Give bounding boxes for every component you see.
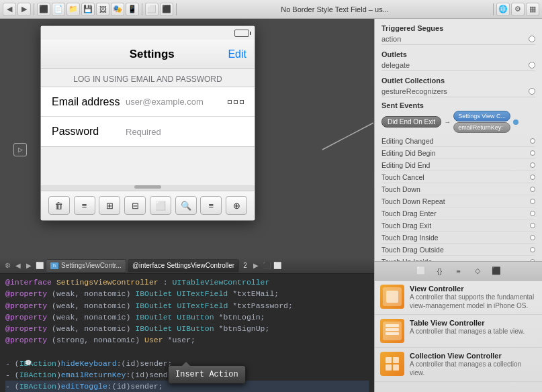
vc-icon xyxy=(380,285,404,309)
back-btn[interactable]: ◀ xyxy=(3,3,16,16)
email-input[interactable]: user@example.com xyxy=(126,97,244,107)
ios-table: Email address user@example.com Password xyxy=(41,87,255,147)
zoom-btn[interactable]: 🔍 xyxy=(175,196,197,215)
fwd-btn[interactable]: ▶ xyxy=(17,3,31,16)
did-end-on-exit-pill[interactable]: Did End On Exit xyxy=(381,116,441,128)
toolbar-btn-4[interactable]: 💾 xyxy=(81,3,95,16)
password-input[interactable]: Required xyxy=(126,127,244,137)
connected-key[interactable]: emailReturnKey: xyxy=(453,122,510,133)
battery-icon xyxy=(234,30,249,37)
tab-prev[interactable]: ◀ xyxy=(13,261,23,271)
ios-scrollbar[interactable] xyxy=(134,185,161,189)
insert-action-tooltip[interactable]: Insert Action xyxy=(168,365,246,384)
svg-line-0 xyxy=(322,123,373,150)
outlet-collections-title: Outlet Collections xyxy=(381,75,535,86)
toolbar-btn-2[interactable]: 📄 xyxy=(52,3,65,16)
password-cell: Password Required xyxy=(41,117,255,146)
toolbar-btn-5[interactable]: 🖼 xyxy=(96,3,109,16)
magnify-btn[interactable]: ⊕ xyxy=(226,196,247,215)
tvc-icon xyxy=(380,319,404,343)
align-btn[interactable]: ≡ xyxy=(200,196,222,215)
format-btn[interactable]: ≡ xyxy=(74,196,95,215)
tab-next[interactable]: ▶ xyxy=(24,261,34,271)
tab-right[interactable]: ▶ xyxy=(251,261,261,271)
tooltip-label: Insert Action xyxy=(175,370,238,379)
event-circle-7[interactable] xyxy=(530,223,535,228)
obj-library-toolbar: ⬜ {} ≡ ◇ ⬛ xyxy=(375,262,542,281)
obj-tool-nav[interactable]: ⬛ xyxy=(489,265,504,277)
dot2 xyxy=(234,100,238,104)
file-icon-1: h xyxy=(50,262,58,269)
toolbar-btn-10[interactable]: 🌐 xyxy=(496,3,510,16)
code-line-4: @property (weak, nonatomic) IBOutlet UIB… xyxy=(5,311,369,323)
code-editor[interactable]: @interface SettingsViewController : UITa… xyxy=(0,274,374,392)
plus-btn[interactable]: ⊞ xyxy=(99,196,120,215)
action-row: action xyxy=(381,34,535,45)
email-placeholder: user@example.com xyxy=(126,97,204,107)
code-line-7 xyxy=(5,346,369,358)
code-panel: ⚙ ◀ ▶ ⬜ h SettingsViewContr... @interfac… xyxy=(0,258,374,392)
event-label-2: Editing Did End xyxy=(381,161,430,169)
action-label: action xyxy=(381,35,401,43)
filled-dot-icon xyxy=(513,119,518,125)
sep2 xyxy=(142,3,142,15)
connected-event-row: Did End On Exit → Settings View C... ema… xyxy=(381,111,535,133)
tab-related[interactable]: ⬜ xyxy=(35,261,44,271)
obj-tool-braces[interactable]: {} xyxy=(433,265,447,277)
tvc-text: Table View Controller A controller that … xyxy=(410,319,537,336)
cls-svc: SettingsViewController xyxy=(56,277,159,288)
connected-target[interactable]: Settings View C... xyxy=(453,111,510,121)
event-circle-5[interactable] xyxy=(530,199,535,204)
copy-btn[interactable]: ⬜ xyxy=(150,196,171,215)
sep3 xyxy=(176,3,177,15)
connections-panel: Triggered Segues action Outlets delegate… xyxy=(375,19,542,261)
expand-button[interactable]: ▷ xyxy=(13,143,27,156)
toolbar-btn-11[interactable]: ⚙ xyxy=(511,3,525,16)
tab-split[interactable]: ⬜ xyxy=(273,261,282,271)
event-circle-1[interactable] xyxy=(530,150,535,156)
email-dots xyxy=(228,100,244,104)
obj-tool-list[interactable]: ≡ xyxy=(451,265,466,277)
tab-add[interactable]: ⬛ xyxy=(262,261,271,271)
ios-edit-btn[interactable]: Edit xyxy=(228,48,246,60)
toolbar-btn-6[interactable]: 🎭 xyxy=(111,3,124,16)
obj-tool-shape[interactable]: ◇ xyxy=(470,265,485,277)
vc-text: View Controller A controller that suppor… xyxy=(410,285,537,310)
ios-status-bar xyxy=(41,26,255,40)
toolbar-btn-3[interactable]: 📁 xyxy=(66,3,80,16)
file-tabs: ⚙ ◀ ▶ ⬜ h SettingsViewContr... @interfac… xyxy=(0,258,374,274)
canvas-area: ▷ ▶ Settings Edit LOG IN USING EMAIL AND… xyxy=(0,19,374,258)
toolbar-btn-12[interactable]: ▦ xyxy=(526,3,539,16)
dot1 xyxy=(228,100,232,104)
event-circle-9[interactable] xyxy=(530,247,535,252)
event-circle-2[interactable] xyxy=(530,162,535,168)
action-circle[interactable] xyxy=(529,36,535,42)
event-circle-8[interactable] xyxy=(530,235,535,240)
delegate-circle[interactable] xyxy=(529,62,535,68)
cvc-icon xyxy=(380,352,404,376)
file-tab-2[interactable]: @interface SettingsViewController xyxy=(128,259,239,273)
code-line-1: @interface SettingsViewController : UITa… xyxy=(5,277,369,288)
toolbar-btn-1[interactable]: ⬛ xyxy=(37,3,50,16)
cvc-title: Collection View Controller xyxy=(410,352,537,360)
email-label: Email address xyxy=(52,96,126,108)
event-label-3: Touch Cancel xyxy=(381,173,424,181)
gesture-circle[interactable] xyxy=(529,88,535,95)
outlets-section: Outlets delegate xyxy=(375,45,542,71)
delete-btn[interactable]: 🗑 xyxy=(48,196,70,215)
event-circle-0[interactable] xyxy=(530,138,535,144)
tab-num: 2 xyxy=(240,261,250,271)
toolbar-btn-8[interactable]: ⬜ xyxy=(145,3,159,16)
toolbar-btn-9[interactable]: ⬛ xyxy=(160,3,173,16)
file-tab-1[interactable]: h SettingsViewContr... xyxy=(46,259,126,273)
kw-interface: @interface xyxy=(5,277,56,288)
event-circle-6[interactable] xyxy=(530,211,535,216)
event-circle-3[interactable] xyxy=(530,175,535,180)
event-circle-4[interactable] xyxy=(530,187,535,192)
toolbar-btn-7[interactable]: 📱 xyxy=(126,3,139,16)
minus-btn[interactable]: ⊟ xyxy=(124,196,146,215)
cursor-indicator xyxy=(26,360,31,365)
tab-nav-left[interactable]: ⚙ xyxy=(3,261,12,271)
password-label: Password xyxy=(52,126,126,138)
obj-tool-cube[interactable]: ⬜ xyxy=(414,265,428,277)
